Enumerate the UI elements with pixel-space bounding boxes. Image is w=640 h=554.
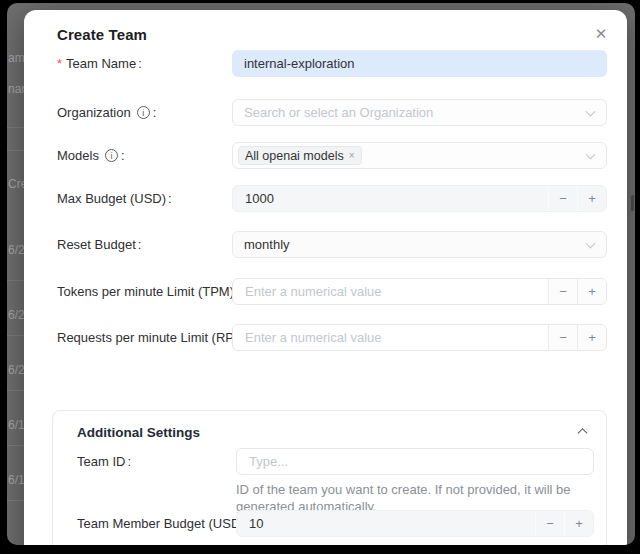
model-tag-label: All openai models [245, 149, 344, 163]
increment-button[interactable]: + [577, 186, 606, 211]
reset-budget-select[interactable]: monthly [232, 231, 607, 258]
organization-select[interactable]: Search or select an Organization [232, 99, 607, 126]
reset-budget-value: monthly [244, 237, 290, 252]
rpm-label: Requests per minute Limit (RPM): [57, 324, 255, 351]
tpm-row: Tokens per minute Limit (TPM): − + [57, 278, 607, 305]
chevron-down-icon [586, 238, 596, 248]
model-tag: All openai models × [238, 146, 362, 165]
bg-fragment: 6/1 [8, 418, 25, 432]
tpm-field: − + [232, 278, 607, 305]
background-row-divider [7, 390, 24, 391]
increment-button[interactable]: + [564, 511, 593, 536]
bg-fragment: 6/2 [8, 243, 25, 257]
increment-button[interactable]: + [577, 279, 606, 304]
organization-placeholder: Search or select an Organization [244, 105, 433, 120]
scrollbar-thumb[interactable] [631, 195, 634, 211]
max-budget-label: Max Budget (USD): [57, 185, 172, 212]
chevron-down-icon [586, 106, 596, 116]
required-asterisk: * [57, 56, 62, 71]
decrement-button[interactable]: − [548, 279, 577, 304]
decrement-button[interactable]: − [535, 511, 564, 536]
additional-settings-title: Additional Settings [77, 425, 200, 440]
max-budget-row: Max Budget (USD): − + [57, 185, 607, 212]
team-name-row: * Team Name: [57, 50, 607, 77]
tpm-input[interactable] [233, 279, 548, 304]
bg-fragment: 6/2 [8, 308, 25, 322]
background-row-divider [7, 150, 24, 151]
page-title: Create Team [57, 26, 147, 43]
close-icon[interactable]: ✕ [589, 22, 613, 46]
team-name-input[interactable] [232, 50, 607, 77]
organization-label: Organization i : [57, 99, 156, 126]
increment-button[interactable]: + [577, 325, 606, 350]
background-row-divider [7, 335, 24, 336]
rpm-field: − + [232, 324, 607, 351]
create-team-modal: Create Team ✕ * Team Name: Organization … [24, 10, 627, 545]
team-member-budget-row: Team Member Budget (USD) ? : − + [77, 510, 584, 537]
models-select[interactable]: All openai models × [232, 142, 607, 169]
team-member-budget-field: − + [236, 510, 594, 537]
background-row-divider [7, 500, 24, 501]
team-id-input[interactable] [237, 449, 593, 474]
background-row-divider [7, 445, 24, 446]
dimmed-page-overlay: am nar Cre 6/2 6/2 6/2 6/1 6/1 Create Te… [7, 3, 635, 545]
additional-settings-panel: Additional Settings Team ID: ID of the t… [52, 410, 607, 545]
bg-fragment: 6/2 [8, 363, 25, 377]
team-id-field [236, 448, 594, 475]
max-budget-field: − + [232, 185, 607, 212]
background-row-divider [7, 280, 24, 281]
decrement-button[interactable]: − [548, 325, 577, 350]
background-row-divider [7, 127, 24, 128]
bg-fragment: am [8, 51, 25, 65]
models-row: Models i : All openai models × [57, 142, 607, 169]
reset-budget-row: Reset Budget: monthly [57, 231, 607, 258]
max-budget-input[interactable] [233, 186, 548, 211]
team-id-label: Team ID: [77, 448, 131, 475]
rpm-input[interactable] [233, 325, 548, 350]
team-name-field [232, 50, 607, 77]
rpm-row: Requests per minute Limit (RPM): − + [57, 324, 607, 351]
reset-budget-label: Reset Budget: [57, 231, 141, 258]
bg-fragment: 6/1 [8, 473, 25, 487]
tpm-label: Tokens per minute Limit (TPM): [57, 278, 240, 305]
team-id-row: Team ID: [77, 448, 584, 475]
info-icon: i [105, 149, 118, 162]
models-label: Models i : [57, 142, 125, 169]
bg-fragment: nar [8, 82, 25, 96]
decrement-button[interactable]: − [548, 186, 577, 211]
chevron-up-icon [578, 428, 588, 438]
chevron-down-icon [586, 149, 596, 159]
team-member-budget-input[interactable] [237, 511, 535, 536]
info-icon: i [137, 106, 150, 119]
team-name-label: * Team Name: [57, 50, 142, 77]
organization-row: Organization i : Search or select an Org… [57, 99, 607, 126]
remove-tag-icon[interactable]: × [349, 150, 355, 161]
additional-settings-toggle[interactable]: Additional Settings [77, 423, 586, 443]
